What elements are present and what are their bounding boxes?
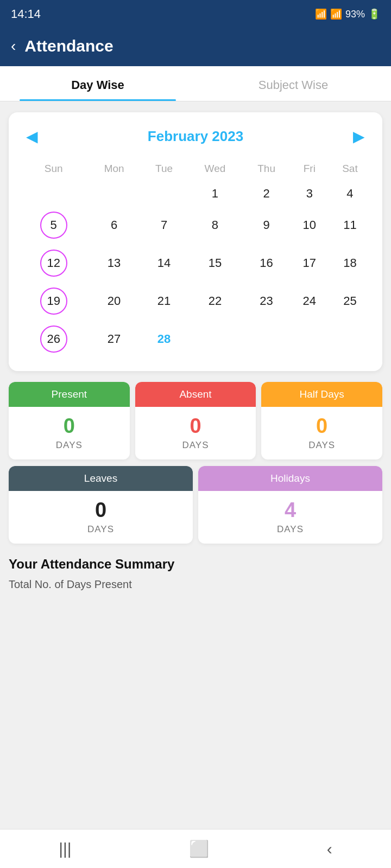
stat-halfdays: Half Days 0 DAYS [261,382,382,459]
calendar-day [87,181,140,206]
calendar-day[interactable]: 7 [141,206,188,244]
calendar-body: 1234567891011121314151617181920212223242… [20,181,371,358]
back-button[interactable]: ‹ [11,37,16,55]
calendar-day[interactable]: 20 [87,282,140,320]
calendar-day[interactable]: 12 [20,244,87,282]
calendar-day[interactable]: 11 [329,206,371,244]
calendar-day[interactable]: 15 [187,244,242,282]
present-label: Present [9,382,130,407]
main-content: ◀ February 2023 ▶ SunMonTueWedThuFriSat … [0,101,391,612]
calendar-day[interactable]: 27 [87,320,140,358]
stat-leaves: Leaves 0 DAYS [9,466,193,544]
calendar-day[interactable]: 24 [291,282,329,320]
weekday-header: Sun [20,158,87,181]
halfdays-label: Half Days [261,382,382,407]
weekday-header: Sat [329,158,371,181]
calendar-grid: SunMonTueWedThuFriSat 123456789101112131… [20,158,371,358]
battery-level: 93% [345,9,365,20]
stat-present: Present 0 DAYS [9,382,130,459]
calendar-day[interactable]: 6 [87,206,140,244]
calendar-day[interactable]: 1 [187,181,242,206]
calendar-day[interactable]: 4 [329,181,371,206]
weekday-header: Thu [243,158,291,181]
absent-unit: DAYS [135,440,256,459]
leaves-value: 0 [9,491,193,524]
holidays-value: 4 [198,491,382,524]
calendar-day[interactable]: 28 [141,320,188,358]
calendar-day[interactable]: 2 [243,181,291,206]
calendar-day[interactable]: 14 [141,244,188,282]
calendar-day[interactable]: 5 [20,206,87,244]
summary-title: Your Attendance Summary [9,557,382,572]
weekday-header: Tue [141,158,188,181]
weekday-header: Fri [291,158,329,181]
holidays-label: Holidays [198,466,382,491]
calendar-day[interactable]: 16 [243,244,291,282]
calendar-day[interactable]: 26 [20,320,87,358]
calendar-day[interactable]: 18 [329,244,371,282]
nav-back-button[interactable]: ‹ [311,833,349,865]
summary-total-label: Total No. of Days Present [9,578,382,591]
nav-home-button[interactable]: ⬜ [173,833,225,865]
weekday-row: SunMonTueWedThuFriSat [20,158,371,181]
header: ‹ Attendance [0,28,391,66]
status-bar: 14:14 📶 📶 93% 🔋 [0,0,391,28]
calendar-day[interactable]: 9 [243,206,291,244]
holidays-unit: DAYS [198,524,382,544]
stat-absent: Absent 0 DAYS [135,382,256,459]
calendar-day[interactable]: 13 [87,244,140,282]
summary-section: Your Attendance Summary Total No. of Day… [9,554,382,602]
next-month-button[interactable]: ▶ [346,125,371,148]
calendar-day [20,181,87,206]
status-icons: 📶 📶 93% 🔋 [315,8,380,20]
wifi-icon: 📶 [315,8,327,20]
stats-row-1: Present 0 DAYS Absent 0 DAYS Half Days 0… [9,382,382,459]
prev-month-button[interactable]: ◀ [20,125,45,148]
absent-label: Absent [135,382,256,407]
calendar-day[interactable]: 21 [141,282,188,320]
calendar-day[interactable]: 22 [187,282,242,320]
status-time: 14:14 [11,7,41,21]
tab-day-wise[interactable]: Day Wise [0,66,195,101]
calendar-month-year: February 2023 [148,128,243,145]
calendar-day[interactable]: 23 [243,282,291,320]
tab-subject-wise[interactable]: Subject Wise [195,66,391,101]
calendar-day[interactable]: 19 [20,282,87,320]
stats-row-2: Leaves 0 DAYS Holidays 4 DAYS [9,466,382,544]
halfdays-unit: DAYS [261,440,382,459]
calendar-day[interactable]: 8 [187,206,242,244]
absent-value: 0 [135,407,256,440]
weekday-header: Mon [87,158,140,181]
present-value: 0 [9,407,130,440]
calendar-day[interactable]: 3 [291,181,329,206]
calendar-day[interactable]: 25 [329,282,371,320]
leaves-unit: DAYS [9,524,193,544]
nav-menu-button[interactable]: ||| [42,833,87,865]
stat-holidays: Holidays 4 DAYS [198,466,382,544]
calendar-day [187,320,242,358]
weekday-header: Wed [187,158,242,181]
calendar-day[interactable]: 17 [291,244,329,282]
leaves-label: Leaves [9,466,193,491]
page-title: Attendance [24,37,113,55]
calendar-day[interactable]: 10 [291,206,329,244]
calendar-day [141,181,188,206]
halfdays-value: 0 [261,407,382,440]
battery-icon: 🔋 [368,8,380,20]
signal-icon: 📶 [330,8,342,20]
bottom-nav: ||| ⬜ ‹ [0,829,391,868]
calendar-header: ◀ February 2023 ▶ [20,125,371,148]
calendar-day [329,320,371,358]
calendar-day [243,320,291,358]
tabs-container: Day Wise Subject Wise [0,66,391,101]
calendar-card: ◀ February 2023 ▶ SunMonTueWedThuFriSat … [9,112,382,371]
calendar-day [291,320,329,358]
present-unit: DAYS [9,440,130,459]
